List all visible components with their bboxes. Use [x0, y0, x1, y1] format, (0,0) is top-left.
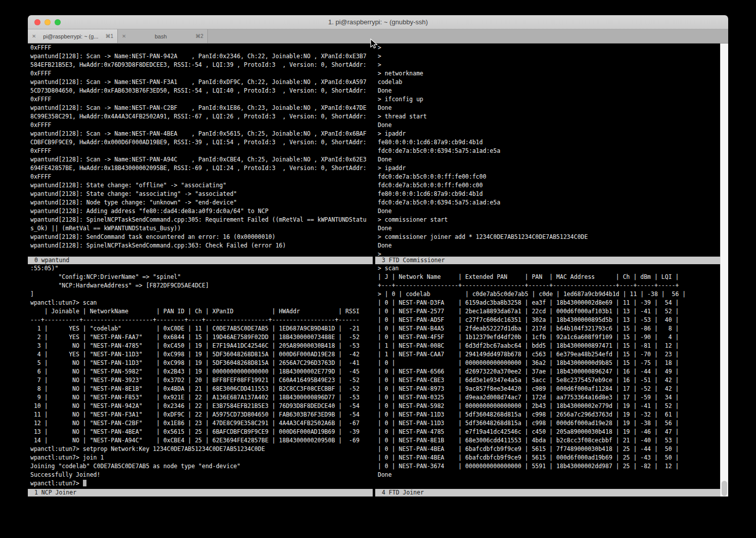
terminal-content: 0xFFFF wpantund[2128]: Scan -> Name:NEST…	[28, 44, 728, 496]
tab-bash[interactable]: ✕ bash ⌘2	[118, 29, 208, 43]
terminal-cursor	[83, 480, 86, 486]
scrollbar[interactable]	[720, 44, 728, 496]
traffic-lights	[34, 15, 61, 29]
pane-status-ncp-joiner: 1 NCP Joiner	[28, 489, 373, 496]
window-titlebar[interactable]: 1. pi@raspberrypi: ~ (gnubby-ssh)	[28, 15, 728, 29]
tab-shortcut: ⌘2	[195, 33, 203, 39]
tab-close-icon[interactable]: ✕	[32, 33, 36, 39]
left-pane-column: 0xFFFF wpantund[2128]: Scan -> Name:NEST…	[28, 44, 373, 496]
shell-prompt: wpanctl:utun7>	[30, 480, 79, 487]
tab-ssh-session[interactable]: ✕ pi@raspberrypi: ~ (g... ⌘1	[28, 29, 118, 43]
pane-ncp-joiner[interactable]: :55:05)" "Config:NCP:DriverName" => "spi…	[28, 264, 373, 489]
terminal-window: 1. pi@raspberrypi: ~ (gnubby-ssh) ✕ pi@r…	[28, 15, 728, 499]
tab-bar-empty-space	[208, 29, 728, 43]
right-pane-column: > > > > networkname codelab Done > ifcon…	[375, 44, 720, 496]
shell-prompt-line[interactable]: wpanctl:utun7>	[28, 479, 373, 488]
pane-status-ftd-commissioner: 3 FTD Commissioner	[375, 257, 720, 264]
pane-status-wpantund: 0 wpantund	[28, 257, 373, 264]
pane-ftd-commissioner[interactable]: > > > > networkname codelab Done > ifcon…	[375, 44, 720, 257]
pane-ncp-joiner-output[interactable]: :55:05)" "Config:NCP:DriverName" => "spi…	[28, 264, 373, 479]
tab-label: bash	[129, 33, 192, 39]
scrollbar-thumb[interactable]	[722, 481, 727, 496]
pane-wpantund-log[interactable]: 0xFFFF wpantund[2128]: Scan -> Name:NEST…	[28, 44, 373, 257]
tab-shortcut: ⌘1	[105, 33, 113, 39]
mouse-cursor	[370, 38, 378, 50]
window-title: 1. pi@raspberrypi: ~ (gnubby-ssh)	[328, 18, 428, 26]
tab-close-icon[interactable]: ✕	[122, 33, 126, 39]
zoom-window-button[interactable]	[55, 19, 61, 25]
pane-status-ftd-joiner: 4 FTD Joiner	[375, 489, 720, 496]
close-window-button[interactable]	[34, 19, 40, 25]
pane-ftd-joiner[interactable]: > scan | J | Network Name | Extended PAN…	[375, 264, 720, 489]
minimize-window-button[interactable]	[45, 19, 51, 25]
tab-label: pi@raspberrypi: ~ (g...	[39, 33, 102, 39]
